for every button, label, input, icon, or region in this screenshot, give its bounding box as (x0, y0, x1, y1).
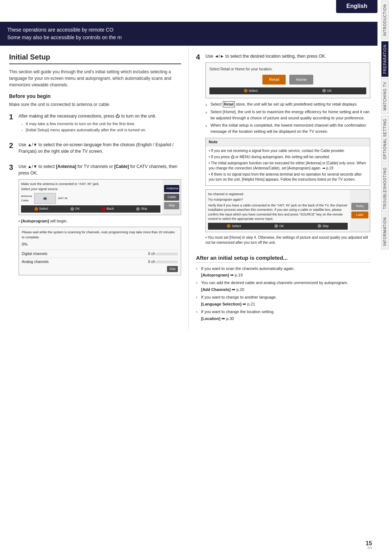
tab-introduction[interactable]: INTRODUCTION (381, 1, 389, 40)
location-screen-title: Select Retail or Home for your location. (209, 66, 366, 72)
english-tab: English (336, 0, 377, 13)
retail-bullets: Select Retail store, the unit will be se… (205, 101, 370, 134)
side-tabs: INTRODUCTION PREPARATION WATCHING TV OPT… (377, 0, 392, 554)
step-2: 2 Use ▲/▼ to select the on-screen langua… (9, 141, 181, 159)
scan-analog-row: Analog channels 0 ch (22, 258, 178, 264)
scan-digital-row: Digital channels 0 ch (22, 250, 178, 257)
scan-skip-btn: Skip (167, 266, 178, 272)
retail-bullet-1: Select Retail store, the unit will be se… (205, 101, 370, 107)
warning-banner: These operations are accessible by remot… (0, 22, 377, 46)
retry-buttons: Retry Later (350, 190, 370, 232)
language-selection-link: [Language Selection] (201, 302, 241, 306)
footer-ok: OK (70, 206, 80, 212)
tab-information[interactable]: INFORMATION (381, 214, 389, 249)
add-channels-arrow: ➡ (232, 287, 235, 292)
retry-footer: Select OK Skip (208, 223, 348, 230)
step-3-content: Use ▲/▼ to select [Antenna] for TV chann… (19, 163, 181, 275)
scan-progress-text: 0% (22, 241, 178, 247)
step-1-text: After making all the necessary connectio… (19, 113, 181, 119)
retry-skip: Skip (318, 224, 329, 229)
step-2-content: Use ▲/▼ to select the on-screen language… (19, 141, 181, 155)
antenna-buttons: Antenna Cable Skip (163, 180, 181, 215)
page-lang: EN (367, 546, 372, 550)
retry-select: Select (227, 224, 241, 229)
section-title: Initial Setup (9, 53, 181, 64)
retry-skip-icon (318, 224, 321, 228)
antenna-tv-diagram: 📺 (34, 193, 56, 204)
location-footer: Select OK (209, 87, 366, 95)
loc-ok: OK (322, 89, 332, 94)
step-3-number: 3 (9, 163, 13, 171)
right-column: 4 Use ◄/► to select the desired location… (189, 46, 377, 331)
retry-screen: No channel is registered. Try Autoprogra… (205, 189, 370, 232)
tab-optional-setting[interactable]: OPTIONAL SETTING (381, 115, 389, 163)
step-4-text: Use ◄/► to select the desired location s… (205, 53, 370, 59)
step-1-content: After making all the necessary connectio… (19, 113, 181, 133)
cable-btn: Cable (164, 194, 179, 201)
step-1-number: 1 (9, 113, 13, 121)
digital-progress-bar (156, 253, 178, 255)
antenna-diagram: AntennaCable 📺 ANT IN (21, 193, 160, 204)
note-item-1: • If you are not receiving a signal from… (209, 148, 367, 153)
footer-skip: Skip (136, 206, 147, 212)
loc-select: Select (244, 89, 258, 94)
note-title: Note (206, 138, 370, 146)
after-setup-section: After an initial setup is completed... I… (196, 255, 370, 322)
antenna-main: Make sure the antenna is connected to "A… (19, 180, 163, 215)
after-setup-title: After an initial setup is completed... (196, 255, 370, 263)
skip-icon (136, 207, 140, 211)
note-item-2: • If you press ⏻ or MENU during autoprog… (209, 155, 367, 160)
note-item-4: • If there is no signal input from the a… (209, 172, 367, 182)
loc-ok-icon (322, 89, 326, 93)
tab-watching-tv[interactable]: WATCHING TV (381, 78, 389, 114)
retry-ok: OK (274, 224, 284, 229)
scan-screen: Please wait while the system is scanning… (19, 227, 181, 275)
step-4-content: Use ◄/► to select the desired location s… (205, 53, 370, 245)
footer-back: Back (102, 206, 114, 212)
location-screen: Select Retail or Home for your location.… (205, 62, 370, 98)
retry-description: Verify that if you have a cable connecte… (208, 203, 348, 221)
antenna-screen-header: Make sure the antenna is connected to "A… (21, 182, 160, 192)
retry-btn: Retry (351, 203, 368, 210)
footer-select: Select (34, 206, 48, 212)
digital-label: Digital channels (22, 251, 48, 257)
step-1-bullet-2: [Initial Setup] menu appears automatical… (21, 127, 181, 133)
after-item-2: You can add the desired cable and analog… (196, 280, 370, 293)
add-channels-link: [Add Channels] (201, 287, 230, 292)
antenna-btn: Antenna (164, 185, 179, 192)
location-buttons: Retail Home (209, 75, 366, 85)
step-4-number: 4 (196, 53, 200, 61)
before-heading: Before you begin (9, 93, 181, 99)
step-2-text: Use ▲/▼ to select the on-screen language… (19, 141, 181, 155)
retail-bullet-3: When the initial setup is completed, the… (205, 122, 370, 134)
autoprogram-arrow: ➡ (230, 272, 234, 278)
language-selection-arrow: ➡ (242, 301, 246, 307)
tab-troubleshooting[interactable]: TROUBLESHOOTING (381, 164, 389, 213)
step-1-bullets: It may take a few moments to turn on the… (21, 121, 181, 133)
back-icon (102, 207, 106, 211)
intro-text: This section will guide you through the … (9, 69, 181, 88)
step-3: 3 Use ▲/▼ to select [Antenna] for TV cha… (9, 163, 181, 280)
analog-value: 0 ch (148, 259, 178, 264)
step-1-bullet-1: It may take a few moments to turn on the… (21, 121, 181, 127)
tab-preparation[interactable]: PREPARATION (381, 41, 389, 77)
ok-icon (70, 207, 74, 211)
retry-question: Try Autoprogram again? (208, 197, 348, 202)
after-item-3: If you want to change to another languag… (196, 294, 370, 308)
step-1: 1 After making all the necessary connect… (9, 113, 181, 137)
retry-main: No channel is registered. Try Autoprogra… (206, 190, 350, 232)
note-box: Note • If you are not receiving a signal… (205, 138, 370, 186)
note-content: • If you are not receiving a signal from… (206, 146, 370, 185)
ant-in-label: ANT IN (58, 196, 68, 201)
antenna-label: AntennaCable (21, 194, 32, 203)
retry-no-channel: No channel is registered. (208, 192, 348, 197)
scan-header: Please wait while the system is scanning… (22, 230, 178, 240)
note-item-3: • The initial autoprogram function can b… (209, 161, 367, 171)
warning-line1: These operations are accessible by remot… (7, 27, 114, 33)
location-link: [Location] (201, 316, 220, 321)
skip-btn: Skip (164, 202, 179, 209)
step-3-text: Use ▲/▼ to select [Antenna] for TV chann… (19, 163, 181, 176)
loc-select-icon (244, 89, 248, 93)
location-arrow: ➡ (221, 316, 225, 321)
digital-value: 0 ch (148, 251, 178, 257)
